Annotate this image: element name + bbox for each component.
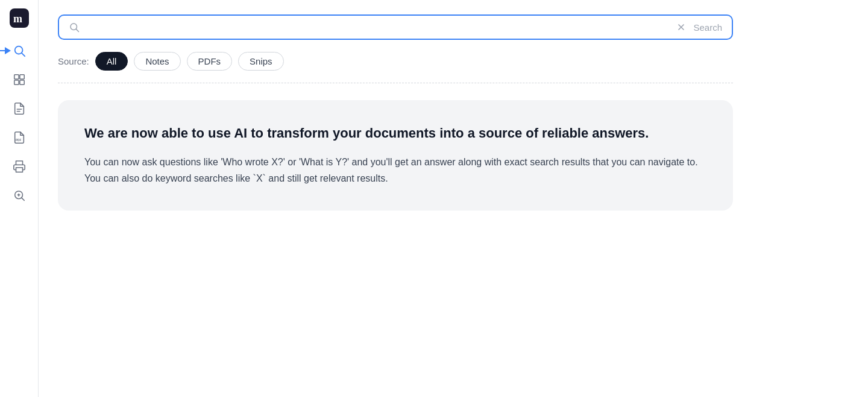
- sidebar: m: [0, 0, 39, 397]
- source-filters: Source: All Notes PDFs Snips: [58, 52, 849, 71]
- filter-snips[interactable]: Snips: [238, 52, 284, 71]
- pdf-icon: PDF: [13, 131, 26, 144]
- snips-icon: [13, 160, 26, 173]
- sidebar-item-snips[interactable]: [7, 154, 31, 179]
- svg-line-13: [22, 198, 24, 200]
- filter-notes[interactable]: Notes: [134, 52, 180, 71]
- sidebar-item-pdf[interactable]: PDF: [7, 125, 31, 150]
- collections-icon: [13, 73, 26, 86]
- info-card: We are now able to use AI to transform y…: [58, 100, 733, 211]
- sidebar-item-notes[interactable]: [7, 97, 31, 121]
- search-bar-icon: [69, 22, 80, 33]
- svg-rect-11: [16, 168, 22, 172]
- source-label: Source:: [58, 56, 89, 66]
- section-divider: [58, 83, 733, 83]
- search-label: Search: [693, 22, 722, 33]
- sidebar-item-search[interactable]: [7, 39, 31, 63]
- documents-icon: [13, 189, 26, 202]
- svg-text:PDF: PDF: [16, 139, 21, 142]
- filter-all[interactable]: All: [95, 52, 128, 71]
- svg-rect-4: [14, 75, 18, 79]
- main-content: Search Source: All Notes PDFs Snips We a…: [39, 0, 868, 397]
- search-input[interactable]: [86, 22, 676, 33]
- sidebar-item-collections[interactable]: [7, 68, 31, 92]
- info-card-title: We are now able to use AI to transform y…: [84, 124, 706, 143]
- search-icon: [13, 44, 26, 57]
- notes-icon: [13, 102, 26, 115]
- svg-rect-6: [14, 80, 18, 84]
- sidebar-item-documents[interactable]: [7, 183, 31, 208]
- svg-rect-7: [19, 80, 24, 84]
- svg-rect-5: [19, 75, 24, 79]
- info-card-body: You can now ask questions like 'Who wrot…: [84, 154, 706, 186]
- arrow-annotation: [0, 47, 11, 54]
- search-clear-button[interactable]: [676, 22, 686, 32]
- filter-pdfs[interactable]: PDFs: [187, 52, 233, 71]
- svg-text:m: m: [13, 13, 22, 25]
- search-bar: Search: [58, 14, 733, 40]
- app-logo[interactable]: m: [8, 7, 30, 29]
- svg-line-3: [22, 53, 25, 56]
- svg-line-15: [76, 29, 78, 31]
